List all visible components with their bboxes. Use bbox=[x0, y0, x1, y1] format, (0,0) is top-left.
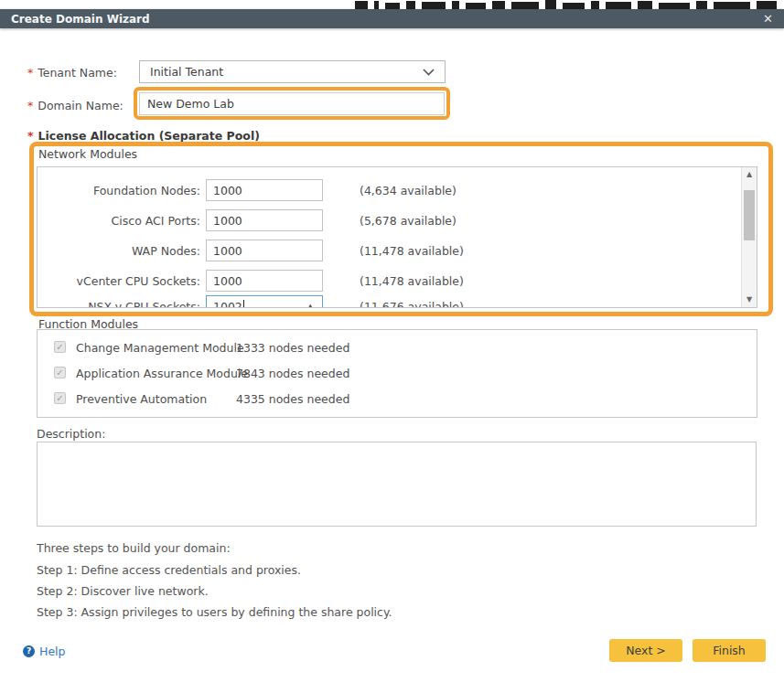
nsx-cpu-sockets-label: NSX-v CPU Sockets: bbox=[38, 300, 200, 308]
wap-nodes-label: WAP Nodes: bbox=[38, 244, 200, 258]
vcenter-cpu-sockets-input[interactable]: 1000 bbox=[206, 270, 323, 292]
required-asterisk: * bbox=[27, 129, 34, 143]
close-icon[interactable]: ✕ bbox=[763, 13, 773, 25]
foundation-nodes-available: (4,634 available) bbox=[360, 184, 456, 197]
change-management-label: Change Management Module bbox=[76, 341, 244, 355]
foundation-nodes-label: Foundation Nodes: bbox=[38, 184, 200, 197]
step-1-text: Step 1: Define access credentials and pr… bbox=[37, 563, 301, 577]
next-button[interactable]: Next > bbox=[609, 639, 682, 662]
preventive-automation-label: Preventive Automation bbox=[76, 392, 207, 406]
dialog-titlebar: Create Domain Wizard ✕ bbox=[0, 9, 784, 28]
finish-button[interactable]: Finish bbox=[693, 639, 766, 662]
foundation-nodes-input[interactable]: 1000 bbox=[206, 179, 323, 201]
nsx-cpu-sockets-available: (11,676 available) bbox=[360, 300, 464, 308]
domain-name-label: *Domain Name: bbox=[27, 99, 124, 112]
scrollbar-thumb[interactable] bbox=[744, 190, 755, 240]
change-management-needed: 1333 nodes needed bbox=[236, 341, 349, 355]
application-assurance-checkbox[interactable]: ✓ bbox=[54, 367, 66, 378]
description-label: Description: bbox=[37, 427, 105, 441]
license-allocation-heading: *License Allocation (Separate Pool) bbox=[27, 129, 260, 143]
tenant-name-select[interactable]: Initial Tenant bbox=[139, 60, 446, 83]
help-icon: ? bbox=[23, 645, 35, 657]
clipped-background-heading bbox=[355, 0, 777, 9]
cisco-aci-ports-available: (5,678 available) bbox=[360, 214, 456, 228]
cisco-aci-ports-label: Cisco ACI Ports: bbox=[38, 214, 200, 228]
network-modules-scrollbar[interactable]: ▲ ▼ bbox=[741, 167, 757, 307]
vcenter-cpu-sockets-label: vCenter CPU Sockets: bbox=[38, 274, 200, 288]
text-cursor bbox=[243, 300, 244, 308]
preventive-automation-needed: 4335 nodes needed bbox=[236, 392, 349, 406]
scroll-up-icon[interactable]: ▲ bbox=[742, 167, 757, 182]
function-modules-panel: ✓ Change Management Module 1333 nodes ne… bbox=[37, 329, 757, 418]
required-asterisk: * bbox=[27, 66, 33, 80]
wap-nodes-available: (11,478 available) bbox=[360, 244, 464, 258]
change-management-checkbox[interactable]: ✓ bbox=[54, 341, 66, 353]
application-assurance-needed: 7843 nodes needed bbox=[236, 367, 349, 380]
step-2-text: Step 2: Discover live network. bbox=[37, 584, 209, 598]
tenant-name-label: *Tenant Name: bbox=[27, 66, 117, 80]
help-link[interactable]: ? Help bbox=[23, 645, 66, 658]
vcenter-cpu-sockets-available: (11,478 available) bbox=[360, 274, 464, 288]
network-modules-title: Network Modules bbox=[38, 147, 137, 161]
tenant-name-value: Initial Tenant bbox=[150, 65, 223, 79]
scroll-down-icon[interactable]: ▼ bbox=[742, 293, 757, 307]
cisco-aci-ports-input[interactable]: 1000 bbox=[206, 209, 323, 231]
wap-nodes-input[interactable]: 1000 bbox=[206, 240, 323, 261]
nsx-cpu-sockets-input[interactable]: 1002 ▲ bbox=[206, 295, 323, 308]
step-3-text: Step 3: Assign privileges to users by de… bbox=[37, 605, 392, 619]
spinner-up-icon[interactable]: ▲ bbox=[306, 302, 316, 309]
dialog-title: Create Domain Wizard bbox=[11, 13, 150, 26]
help-label: Help bbox=[39, 645, 66, 658]
description-textarea[interactable] bbox=[37, 442, 757, 527]
steps-intro: Three steps to build your domain: bbox=[37, 541, 231, 555]
domain-name-input[interactable] bbox=[139, 92, 445, 115]
application-assurance-label: Application Assurance Module bbox=[76, 367, 248, 380]
chevron-down-icon bbox=[423, 65, 435, 79]
required-asterisk: * bbox=[27, 99, 33, 112]
network-modules-panel: Foundation Nodes: 1000 (4,634 available)… bbox=[37, 166, 757, 308]
preventive-automation-checkbox[interactable]: ✓ bbox=[54, 392, 66, 404]
